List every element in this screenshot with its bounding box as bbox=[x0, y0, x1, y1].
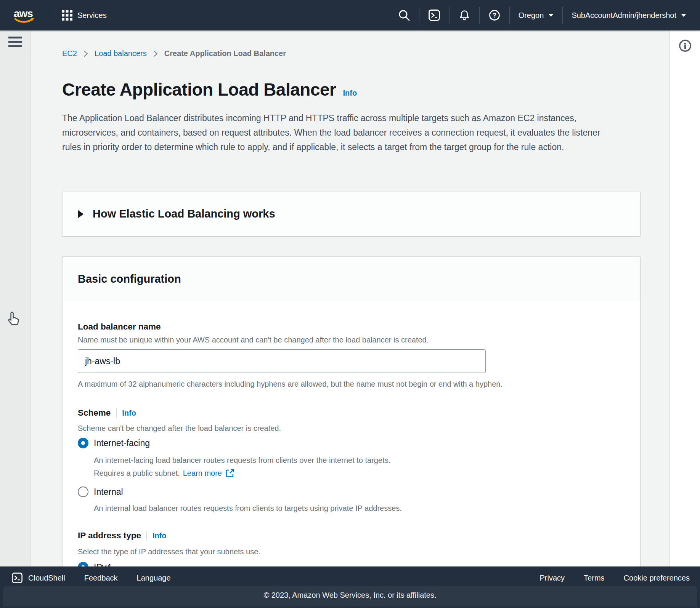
footer-terms-link[interactable]: Terms bbox=[584, 574, 604, 582]
lb-name-constraint: A maximum of 32 alphanumeric characters … bbox=[78, 380, 503, 389]
page-info-link[interactable]: Info bbox=[343, 89, 357, 98]
top-navigation-bar: aws Services bbox=[0, 0, 700, 30]
requires-public-subnet-text: Requires a public subnet. bbox=[94, 467, 180, 480]
svg-text:aws: aws bbox=[14, 8, 33, 19]
topbar-right-cluster: ? Oregon SubAccountAdmin/jhendershot bbox=[398, 7, 686, 24]
breadcrumb-chevron-icon bbox=[153, 50, 159, 58]
hamburger-menu-button[interactable] bbox=[8, 37, 22, 50]
left-sidebar-rail bbox=[0, 30, 31, 566]
svg-text:?: ? bbox=[492, 12, 496, 19]
aws-console-screen: aws Services bbox=[0, 0, 700, 608]
scheme-description: Scheme can't be changed after the load b… bbox=[78, 424, 281, 433]
help-icon: ? bbox=[488, 9, 501, 21]
ip-type-label-row: IP address type Info bbox=[78, 531, 167, 541]
footer-cloudshell-button[interactable]: CloudShell bbox=[11, 572, 65, 584]
page-description: The Application Load Balancer distribute… bbox=[62, 111, 619, 154]
expander-title: How Elastic Load Balancing works bbox=[93, 208, 275, 220]
internet-facing-label: Internet-facing bbox=[94, 438, 150, 448]
topbar-divider bbox=[419, 7, 419, 24]
expand-triangle-icon bbox=[78, 210, 83, 218]
aws-logo-icon: aws bbox=[11, 6, 37, 24]
footer-left-links: CloudShell Feedback Language bbox=[11, 572, 171, 584]
search-icon bbox=[398, 9, 410, 21]
page-title-row: Create Application Load Balancer Info bbox=[62, 79, 357, 100]
radio-selected[interactable] bbox=[78, 438, 88, 448]
bell-icon bbox=[458, 9, 470, 21]
basic-configuration-body: Load balancer name Name must be unique w… bbox=[63, 301, 640, 566]
radio-selected[interactable] bbox=[78, 562, 88, 566]
scheme-option-internal[interactable]: Internal bbox=[78, 486, 123, 497]
info-panel-button[interactable] bbox=[678, 38, 693, 54]
ip-type-option-ipv4[interactable]: IPv4 bbox=[78, 562, 111, 566]
radio-unselected[interactable] bbox=[78, 486, 88, 497]
services-label: Services bbox=[77, 11, 107, 20]
console-footer: CloudShell Feedback Language Privacy Ter… bbox=[0, 566, 700, 608]
services-menu-button[interactable]: Services bbox=[61, 10, 107, 21]
basic-configuration-title: Basic configuration bbox=[78, 273, 181, 285]
topbar-divider bbox=[479, 7, 480, 24]
label-divider bbox=[116, 408, 117, 418]
footer-cookie-preferences-link[interactable]: Cookie preferences bbox=[624, 574, 690, 582]
learn-more-link[interactable]: Learn more bbox=[183, 467, 222, 480]
cloudshell-icon bbox=[11, 572, 23, 584]
cloudshell-icon bbox=[428, 9, 440, 21]
internet-facing-description-2: Requires a public subnet. Learn more bbox=[94, 467, 235, 480]
apps-grid-icon bbox=[61, 10, 73, 21]
ip-type-description: Select the type of IP addresses that you… bbox=[78, 547, 260, 556]
breadcrumb-chevron-icon bbox=[83, 50, 89, 58]
cloudshell-button[interactable] bbox=[428, 9, 440, 21]
footer-copyright: © 2023, Amazon Web Services, Inc. or its… bbox=[0, 591, 700, 600]
label-divider bbox=[146, 531, 147, 541]
scheme-info-link[interactable]: Info bbox=[122, 409, 136, 418]
topbar-divider bbox=[509, 7, 510, 24]
lb-name-input[interactable] bbox=[78, 349, 486, 373]
footer-right-links: Privacy Terms Cookie preferences bbox=[540, 574, 690, 582]
internal-label: Internal bbox=[94, 487, 123, 497]
basic-configuration-header: Basic configuration bbox=[63, 257, 640, 301]
topbar-divider bbox=[562, 7, 563, 24]
region-selector[interactable]: Oregon bbox=[519, 11, 554, 20]
page-title: Create Application Load Balancer bbox=[62, 79, 336, 100]
scheme-label-row: Scheme Info bbox=[78, 408, 136, 418]
ipv4-label: IPv4 bbox=[94, 562, 111, 567]
right-tools-rail bbox=[669, 30, 700, 566]
basic-configuration-card: Basic configuration Load balancer name N… bbox=[62, 256, 641, 566]
search-button[interactable] bbox=[398, 9, 410, 21]
how-elb-works-expander[interactable]: How Elastic Load Balancing works bbox=[62, 192, 641, 236]
scheme-label: Scheme bbox=[78, 408, 111, 418]
lb-name-description: Name must be unique within your AWS acco… bbox=[78, 336, 429, 344]
breadcrumb-current: Create Application Load Balancer bbox=[164, 49, 286, 58]
region-label: Oregon bbox=[519, 11, 544, 20]
topbar-divider bbox=[449, 7, 450, 24]
account-menu[interactable]: SubAccountAdmin/jhendershot bbox=[572, 11, 686, 20]
footer-privacy-link[interactable]: Privacy bbox=[540, 574, 565, 582]
topbar-divider bbox=[49, 7, 49, 24]
footer-feedback-button[interactable]: Feedback bbox=[84, 574, 118, 582]
notifications-button[interactable] bbox=[458, 9, 470, 21]
caret-down-icon bbox=[681, 14, 686, 17]
breadcrumb: EC2 Load balancers Create Application Lo… bbox=[62, 49, 286, 58]
scheme-option-internet-facing[interactable]: Internet-facing bbox=[78, 438, 150, 448]
cloudshell-label: CloudShell bbox=[28, 574, 65, 582]
hand-cursor bbox=[6, 311, 21, 328]
footer-links-row: CloudShell Feedback Language Privacy Ter… bbox=[0, 566, 700, 589]
info-circle-icon bbox=[678, 38, 693, 53]
ip-type-info-link[interactable]: Info bbox=[153, 531, 167, 540]
internal-description: An internal load balancer routes request… bbox=[94, 502, 402, 515]
internet-facing-description: An internet-facing load balancer routes … bbox=[94, 454, 390, 467]
breadcrumb-load-balancers-link[interactable]: Load balancers bbox=[95, 49, 147, 58]
help-button[interactable]: ? bbox=[488, 9, 501, 21]
account-label: SubAccountAdmin/jhendershot bbox=[572, 11, 676, 20]
lb-name-label: Load balancer name bbox=[78, 322, 161, 332]
main-content-area: EC2 Load balancers Create Application Lo… bbox=[31, 30, 669, 566]
caret-down-icon bbox=[548, 14, 554, 17]
footer-language-button[interactable]: Language bbox=[137, 574, 171, 582]
external-link-icon bbox=[225, 468, 235, 478]
aws-logo[interactable]: aws bbox=[11, 6, 37, 24]
breadcrumb-ec2-link[interactable]: EC2 bbox=[62, 49, 77, 58]
ip-type-label: IP address type bbox=[78, 531, 141, 541]
